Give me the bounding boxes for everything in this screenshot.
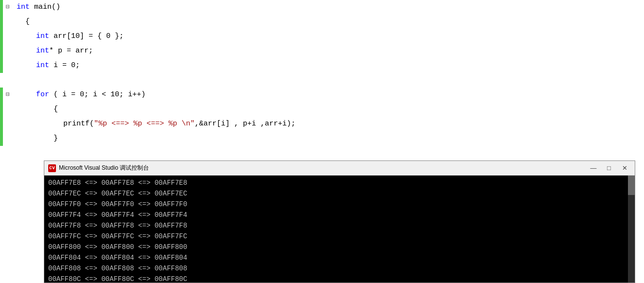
- code-text: printf(: [46, 120, 94, 128]
- close-button[interactable]: ✕: [618, 163, 631, 173]
- console-line-10: 00AFF80C <=> 00AFF80C <=> 00AFF80C: [48, 274, 631, 283]
- code-line-10: }: [0, 131, 644, 146]
- console-line-9: 00AFF808 <=> 00AFF808 <=> 00AFF808: [48, 263, 631, 274]
- keyword: int: [36, 61, 49, 70]
- code-line-1: ⊟ int main(): [0, 0, 644, 15]
- keyword: int: [17, 3, 30, 11]
- code-line-6: [0, 73, 644, 88]
- brace: }: [36, 134, 58, 142]
- no-indicator: [0, 73, 3, 88]
- console-titlebar: cv Microsoft Visual Studio 调试控制台 — □ ✕: [44, 161, 635, 176]
- code-line-8: {: [0, 102, 644, 117]
- green-indicator: [0, 29, 3, 44]
- line-content-9: printf("%p <==> %p <==> %p \n",&arr[i] ,…: [13, 117, 644, 131]
- code-text: i = 0;: [49, 61, 80, 70]
- console-line-4: 00AFF7F4 <=> 00AFF7F4 <=> 00AFF7F4: [48, 210, 631, 220]
- green-indicator: [0, 117, 3, 131]
- code-text: arr[10] = { 0 };: [49, 32, 124, 40]
- keyword: int: [36, 47, 49, 55]
- keyword: int: [36, 32, 49, 40]
- code-text: * p = arr;: [49, 47, 93, 55]
- line-content-7: for ( i = 0; i < 10; i++): [13, 88, 644, 102]
- line-content-5: int i = 0;: [13, 58, 644, 73]
- brace: {: [36, 105, 58, 113]
- code-line-2: {: [0, 15, 644, 29]
- green-indicator: [0, 15, 3, 29]
- console-scrollbar[interactable]: [628, 176, 635, 283]
- line-content-3: int arr[10] = { 0 };: [13, 29, 644, 44]
- console-output: 00AFF7E8 <=> 00AFF7E8 <=> 00AFF7E8 00AFF…: [44, 176, 635, 283]
- code-line-7: ⊟ for ( i = 0; i < 10; i++): [0, 88, 644, 102]
- console-line-5: 00AFF7F8 <=> 00AFF7F8 <=> 00AFF7F8: [48, 220, 631, 231]
- minimize-button[interactable]: —: [587, 163, 600, 173]
- line-content-8: {: [13, 102, 644, 117]
- code-line-9: printf("%p <==> %p <==> %p \n",&arr[i] ,…: [0, 117, 644, 131]
- keyword: for: [36, 90, 49, 99]
- console-line-6: 00AFF7FC <=> 00AFF7FC <=> 00AFF7FC: [48, 231, 631, 242]
- console-line-3: 00AFF7F0 <=> 00AFF7F0 <=> 00AFF7F0: [48, 199, 631, 210]
- brace: {: [17, 18, 30, 26]
- console-line-2: 00AFF7EC <=> 00AFF7EC <=> 00AFF7EC: [48, 188, 631, 199]
- function-name: main(): [30, 3, 60, 11]
- green-indicator: [0, 131, 3, 146]
- code-text: ,&arr[i] , p+i ,arr+i);: [195, 120, 295, 128]
- console-line-7: 00AFF800 <=> 00AFF800 <=> 00AFF800: [48, 242, 631, 252]
- maximize-button[interactable]: □: [603, 163, 615, 173]
- console-line-8: 00AFF804 <=> 00AFF804 <=> 00AFF804: [48, 252, 631, 263]
- fold-marker-1[interactable]: ⊟: [3, 0, 13, 15]
- code-line-4: int* p = arr;: [0, 44, 644, 58]
- console-title: Microsoft Visual Studio 调试控制台: [59, 164, 584, 172]
- line-content-4: int* p = arr;: [13, 44, 644, 58]
- code-editor: ⊟ int main() { int arr[10] = { 0 }; int*…: [0, 0, 644, 160]
- console-app-icon: cv: [48, 164, 56, 172]
- line-content-10: }: [13, 131, 644, 146]
- green-indicator: [0, 102, 3, 117]
- line-content-2: {: [13, 15, 644, 29]
- console-window: cv Microsoft Visual Studio 调试控制台 — □ ✕ 0…: [44, 160, 635, 283]
- green-indicator: [0, 58, 3, 73]
- green-indicator: [0, 44, 3, 58]
- code-line-5: int i = 0;: [0, 58, 644, 73]
- code-text: ( i = 0; i < 10; i++): [49, 90, 146, 99]
- code-line-3: int arr[10] = { 0 };: [0, 29, 644, 44]
- fold-marker-7[interactable]: ⊟: [3, 88, 13, 102]
- scrollbar-thumb[interactable]: [628, 176, 635, 195]
- string-literal: "%p <==> %p <==> %p \n": [94, 120, 195, 128]
- line-content-1: int main(): [13, 0, 644, 15]
- console-line-1: 00AFF7E8 <=> 00AFF7E8 <=> 00AFF7E8: [48, 177, 631, 188]
